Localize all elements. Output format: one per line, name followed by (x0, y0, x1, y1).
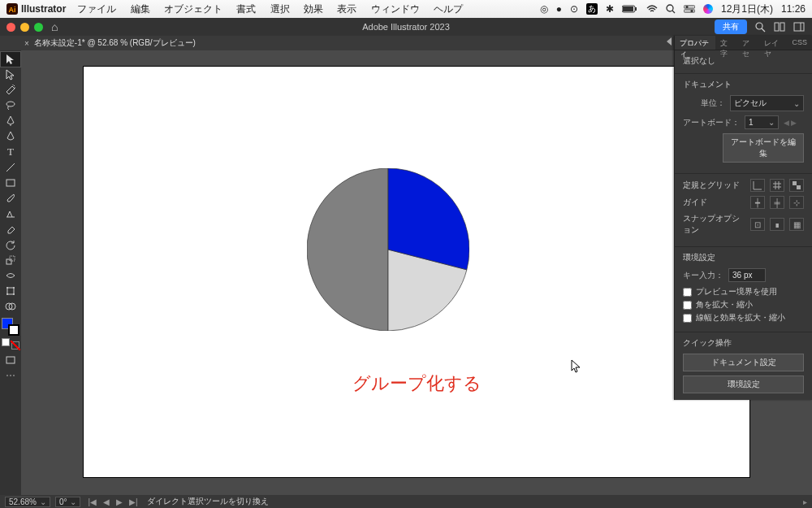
pie-chart[interactable] (307, 168, 469, 331)
menu-window[interactable]: ウィンドウ (371, 3, 420, 15)
search-icon[interactable] (754, 20, 767, 33)
none-color-icon[interactable] (11, 341, 19, 350)
menubar-date[interactable]: 12月1日(木) (721, 2, 773, 16)
document-setup-button[interactable]: ドキュメント設定 (683, 354, 804, 371)
screen-mode-tool[interactable] (1, 353, 20, 367)
scale-corners-checkbox[interactable]: 角を拡大・縮小 (683, 299, 804, 310)
artboard[interactable]: グループ化する (84, 67, 749, 477)
magic-wand-tool[interactable] (1, 83, 20, 98)
units-select[interactable]: ピクセル (730, 95, 804, 111)
svg-point-17 (6, 102, 15, 106)
tab-assets[interactable]: アセ (737, 36, 759, 50)
arrange-icon[interactable] (773, 20, 786, 33)
menu-file[interactable]: ファイル (77, 3, 116, 15)
battery-icon[interactable] (622, 5, 638, 13)
status-icon[interactable]: ⊙ (570, 3, 578, 15)
shape-builder-tool[interactable] (1, 299, 20, 314)
snap-point-icon[interactable]: ∎ (770, 218, 784, 231)
snap-pixel-icon[interactable]: ⊡ (750, 218, 765, 231)
rotate-tool[interactable] (1, 237, 20, 252)
edit-artboards-button[interactable]: アートボードを編集 (723, 133, 804, 163)
rectangle-tool[interactable] (1, 176, 20, 190)
direct-selection-tool[interactable] (1, 67, 20, 82)
window-minimize[interactable] (20, 23, 29, 32)
guide-lock-icon[interactable]: ╪ (770, 196, 784, 209)
fill-stroke-swatches[interactable] (2, 318, 19, 336)
artboard-label: アートボード： (683, 117, 740, 128)
snap-grid-icon[interactable]: ▦ (789, 218, 804, 231)
status-icon[interactable]: ● (556, 3, 562, 15)
pen-tool[interactable] (1, 114, 20, 128)
stroke-swatch[interactable] (8, 324, 19, 336)
ruler-icon[interactable] (750, 179, 765, 192)
quick-actions-header: クイック操作 (683, 337, 804, 349)
tab-character[interactable]: 文字 (715, 36, 737, 50)
status-hint: ダイレクト選択ツールを切り換え (147, 496, 269, 507)
preferences-button[interactable]: 環境設定 (683, 376, 804, 393)
home-icon[interactable]: ⌂ (51, 20, 58, 33)
eraser-tool[interactable] (1, 222, 20, 237)
menu-select[interactable]: 選択 (270, 3, 290, 15)
free-transform-tool[interactable] (1, 284, 20, 298)
canvas-text[interactable]: グループ化する (352, 371, 482, 396)
app-title: Adobe Illustrator 2023 (362, 22, 450, 32)
solid-color-icon[interactable] (2, 338, 10, 346)
svg-rect-20 (6, 259, 11, 264)
menubar-time[interactable]: 11:26 (781, 3, 806, 15)
wifi-icon[interactable] (646, 5, 658, 13)
artboard-nav[interactable]: ◀▶ (784, 119, 797, 127)
status-expand-icon[interactable]: ▸ (803, 497, 807, 506)
edit-toolbar[interactable]: ⋯ (1, 368, 20, 383)
workspace-icon[interactable] (793, 20, 806, 33)
artboard-select[interactable]: 1 (745, 115, 779, 129)
rotate-select[interactable]: 0° (55, 497, 81, 507)
section-document: ドキュメント (683, 79, 804, 90)
ime-icon[interactable]: あ (586, 3, 598, 15)
paintbrush-tool[interactable] (1, 191, 20, 206)
guide-visibility-icon[interactable]: ┿ (750, 196, 765, 209)
zoom-select[interactable]: 52.68% (5, 497, 50, 507)
menu-view[interactable]: 表示 (337, 3, 356, 15)
color-mode-swatches[interactable] (2, 338, 19, 350)
line-tool[interactable] (1, 160, 20, 175)
svg-point-26 (13, 293, 15, 295)
lasso-tool[interactable] (1, 98, 20, 113)
curvature-tool[interactable] (1, 129, 20, 144)
window-close[interactable] (6, 23, 15, 32)
window-zoom[interactable] (34, 23, 43, 32)
transparency-grid-icon[interactable] (789, 179, 804, 192)
bluetooth-icon[interactable]: ✱ (606, 3, 614, 15)
preview-bounds-checkbox[interactable]: プレビュー境界を使用 (683, 286, 804, 297)
menu-object[interactable]: オブジェクト (164, 3, 222, 15)
artboard-nav-status[interactable]: |◀◀▶▶| (85, 497, 140, 506)
pie-slice-gray[interactable] (307, 168, 388, 331)
status-bar: 52.68% 0° |◀◀▶▶| ダイレクト選択ツールを切り換え ▸ (0, 495, 812, 508)
shaper-tool[interactable] (1, 206, 20, 221)
menu-help[interactable]: ヘルプ (434, 3, 463, 15)
menu-effect[interactable]: 効果 (304, 3, 323, 15)
selection-tool[interactable] (1, 52, 20, 67)
smart-guides-icon[interactable]: ⊹ (789, 196, 804, 209)
menu-edit[interactable]: 編集 (131, 3, 150, 15)
tab-layers[interactable]: レイヤ (759, 36, 788, 50)
app-menu[interactable]: Ai Illustrator (6, 3, 66, 15)
menu-type[interactable]: 書式 (236, 3, 256, 15)
keyinput-field[interactable] (728, 268, 766, 282)
width-tool[interactable] (1, 268, 20, 283)
scale-strokes-checkbox[interactable]: 線幅と効果を拡大・縮小 (683, 312, 804, 323)
tool-panel: T ⋯ (0, 50, 21, 495)
siri-icon[interactable] (703, 4, 713, 14)
grid-icon[interactable] (770, 179, 784, 192)
type-tool[interactable]: T (1, 145, 20, 159)
scale-tool[interactable] (1, 253, 20, 267)
status-icon[interactable]: ◎ (540, 3, 548, 15)
svg-rect-3 (623, 7, 633, 11)
document-tab[interactable]: 名称未設定-1* @ 52.68 % (RGB/プレビュー) (34, 37, 196, 49)
tab-properties[interactable]: プロパティ (675, 36, 715, 50)
tab-close-icon[interactable]: × (24, 39, 29, 48)
share-button[interactable]: 共有 (715, 20, 747, 34)
svg-rect-14 (780, 23, 784, 31)
control-center-icon[interactable] (684, 5, 695, 13)
search-icon[interactable] (666, 4, 676, 14)
tab-css[interactable]: CSS (787, 36, 812, 50)
